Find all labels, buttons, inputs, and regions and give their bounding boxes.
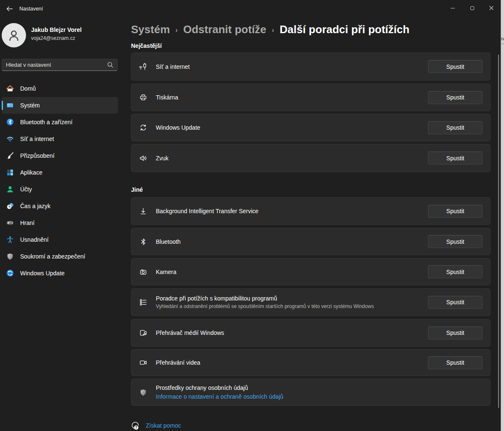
breadcrumb: Systém › Odstranit potíže › Další poradc… (131, 23, 410, 36)
section-title-most-frequent: Nejčastější (131, 42, 162, 49)
row-video-playback: Přehrávání videa Spustit (131, 349, 491, 376)
minimize-button[interactable] (443, 0, 462, 16)
sidebar-item-windows-update[interactable]: Windows Update (2, 265, 118, 282)
page-title: Další poradci při potížích (280, 23, 410, 36)
printer-icon (139, 93, 147, 102)
sidebar-item-label: Aplikace (20, 169, 42, 176)
time-language-icon (6, 202, 14, 210)
row-label: Síť a internet (156, 63, 190, 70)
sidebar-item-accounts[interactable]: Účty (2, 181, 118, 198)
run-button[interactable]: Spustit (428, 327, 483, 340)
row-network-internet: Síť a internet Spustit (131, 52, 491, 81)
maximize-button[interactable] (462, 0, 482, 16)
run-button[interactable]: Spustit (428, 235, 483, 248)
sidebar-item-label: Hraní (20, 219, 34, 226)
sidebar-item-accessibility[interactable]: Usnadnění (2, 231, 118, 248)
row-label: Prostředky ochrany osobních údajů (156, 384, 284, 391)
user-name: Jakub Blejzr Vorel (31, 26, 81, 33)
sidebar-nav: Domů Systém Bluetooth a zařízení (0, 80, 126, 282)
row-program-compatibility: Poradce při potížích s kompatibilitou pr… (131, 288, 491, 316)
sidebar-item-home[interactable]: Domů (2, 80, 118, 97)
row-bits: Background Intelligent Transfer Service … (131, 197, 491, 225)
sidebar-item-label: Systém (20, 102, 40, 109)
row-media-player: Přehrávač médií Windows Spustit (131, 319, 491, 347)
sidebar-item-label: Bluetooth a zařízení (20, 119, 73, 125)
close-button[interactable] (482, 0, 501, 16)
media-player-icon (139, 329, 147, 337)
download-icon (139, 207, 147, 215)
background-window-edge: na (501, 0, 504, 431)
sidebar-item-apps[interactable]: Aplikace (2, 164, 118, 181)
background-window-text: na (501, 37, 504, 41)
maximize-icon (470, 6, 474, 10)
run-button[interactable]: Spustit (428, 356, 483, 369)
chevron-right-icon: › (272, 25, 274, 34)
sync-icon (139, 123, 147, 132)
get-help: ? Získat pomoc (130, 421, 181, 431)
user-email: voja24@seznam.cz (31, 35, 75, 41)
apps-icon (6, 168, 14, 177)
section-title-other: Jiné (131, 186, 143, 193)
back-button[interactable] (3, 3, 17, 15)
row-label: Přehrávač médií Windows (156, 329, 224, 336)
row-label: Přehrávání videa (156, 359, 200, 366)
svg-text:?: ? (135, 425, 137, 429)
sidebar-item-label: Účty (20, 186, 32, 193)
sidebar-item-gaming[interactable]: Hraní (2, 214, 118, 231)
sidebar-item-time-language[interactable]: Čas a jazyk (2, 198, 118, 214)
row-label: Background Intelligent Transfer Service (156, 208, 258, 214)
run-button[interactable]: Spustit (428, 265, 483, 278)
compatibility-list-icon (139, 298, 147, 306)
window-controls (443, 0, 501, 16)
personalization-icon (6, 152, 14, 160)
row-privacy-resources: Prostředky ochrany osobních údajů Inform… (131, 379, 491, 406)
video-playback-icon (139, 358, 147, 367)
run-button[interactable]: Spustit (428, 60, 483, 73)
bluetooth-outline-icon (139, 238, 147, 246)
run-button[interactable]: Spustit (428, 152, 483, 165)
gaming-icon (6, 219, 14, 227)
close-icon (489, 5, 494, 10)
run-button[interactable]: Spustit (428, 121, 483, 134)
sidebar-item-network[interactable]: Síť a internet (2, 131, 118, 147)
home-icon (6, 84, 14, 93)
sidebar-item-personalization[interactable]: Přizpůsobení (2, 147, 118, 164)
run-button[interactable]: Spustit (428, 296, 483, 309)
accessibility-icon (6, 235, 14, 244)
row-label: Zvuk (156, 155, 168, 162)
sidebar-item-label: Usnadnění (20, 236, 49, 243)
bluetooth-devices-icon (6, 118, 14, 126)
breadcrumb-item-system[interactable]: Systém (131, 23, 170, 36)
sidebar-item-privacy[interactable]: Soukromí a zabezpečení (2, 248, 118, 265)
row-windows-update: Windows Update Spustit (131, 114, 491, 141)
privacy-info-link[interactable]: Informace o nastavení a ochraně osobních… (156, 393, 284, 400)
get-help-link[interactable]: Získat pomoc (146, 422, 181, 429)
sidebar-item-system[interactable]: Systém (2, 97, 118, 114)
accounts-icon (6, 185, 14, 193)
row-label: Tiskárna (156, 94, 178, 101)
run-button[interactable]: Spustit (428, 91, 483, 104)
sidebar-item-bluetooth-devices[interactable]: Bluetooth a zařízení (2, 114, 118, 131)
sidebar-item-label: Domů (20, 85, 36, 92)
sidebar-item-label: Čas a jazyk (20, 203, 50, 209)
breadcrumb-item-troubleshoot[interactable]: Odstranit potíže (183, 23, 266, 36)
windows-update-icon (6, 269, 14, 277)
search-icon (107, 62, 113, 68)
background-window-divider (501, 44, 504, 44)
sidebar-item-label: Přizpůsobení (20, 152, 55, 159)
app-title: Nastavení (19, 6, 43, 12)
chevron-right-icon: › (176, 25, 178, 34)
avatar[interactable] (2, 23, 26, 47)
vertical-scrollbar[interactable] (498, 55, 499, 408)
row-label: Poradce při potížích s kompatibilitou pr… (156, 295, 374, 302)
search-box (2, 59, 118, 71)
privacy-icon (6, 252, 14, 261)
speaker-icon (139, 154, 147, 162)
search-input[interactable] (6, 62, 107, 68)
sidebar-item-label: Windows Update (20, 270, 65, 277)
run-button[interactable]: Spustit (428, 205, 483, 218)
get-help-icon: ? (130, 421, 140, 431)
network-troubleshoot-icon (139, 63, 147, 71)
sidebar-item-label: Soukromí a zabezpečení (20, 253, 85, 260)
row-label: Windows Update (156, 124, 200, 131)
